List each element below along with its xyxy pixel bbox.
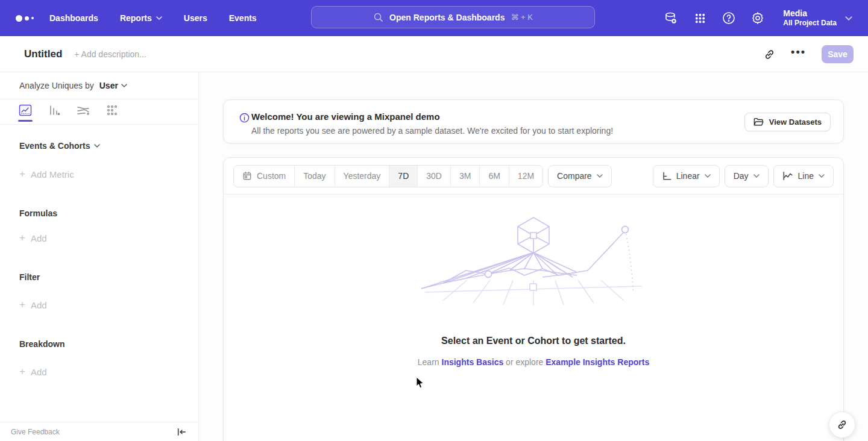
analyze-label: Analyze Uniques by <box>19 81 94 90</box>
chart-tab-flow[interactable] <box>76 104 90 122</box>
info-icon <box>239 113 250 125</box>
chart-tab-line[interactable] <box>18 104 33 122</box>
interval-dropdown[interactable]: Day <box>725 165 769 187</box>
plus-icon: + <box>19 168 25 180</box>
collapse-sidebar-icon[interactable] <box>177 428 186 436</box>
add-description-field[interactable]: + Add description... <box>74 49 146 59</box>
add-breakdown-button[interactable]: + Add <box>0 366 198 378</box>
date-range-30d[interactable]: 30D <box>418 166 451 187</box>
add-label: Add <box>31 233 47 243</box>
date-range-segmented-control: Custom Today Yesterday 7D 30D 3M 6M 12M <box>233 165 543 187</box>
compare-button[interactable]: Compare <box>548 165 612 187</box>
report-title[interactable]: Untitled <box>24 48 62 60</box>
bar-chart-icon <box>48 104 60 116</box>
apps-grid-icon[interactable] <box>693 11 707 25</box>
add-label: Add Metric <box>31 169 74 180</box>
save-button[interactable]: Save <box>822 45 854 63</box>
nav-item-users[interactable]: Users <box>184 13 207 23</box>
subtitle-text: or explore <box>506 357 543 367</box>
date-range-7d[interactable]: 7D <box>389 166 418 187</box>
give-feedback-link[interactable]: Give Feedback <box>11 428 60 436</box>
nav-item-label: Reports <box>120 13 152 23</box>
data-management-icon[interactable] <box>664 11 678 25</box>
mixpanel-logo-icon[interactable] <box>16 15 43 22</box>
line-chart-icon <box>782 171 793 181</box>
date-range-label: 6M <box>488 171 500 181</box>
analyze-by-dropdown[interactable]: User <box>99 81 127 90</box>
section-events-cohorts[interactable]: Events & Cohorts <box>0 141 198 151</box>
chart-type-tabs <box>0 99 198 125</box>
add-metric-button[interactable]: + Add Metric <box>0 168 198 180</box>
date-range-6m[interactable]: 6M <box>480 166 509 187</box>
date-range-label: Today <box>303 171 326 181</box>
search-placeholder: Open Reports & Dashboards <box>389 13 505 22</box>
chart-tab-metrics[interactable] <box>105 104 119 122</box>
date-range-3m[interactable]: 3M <box>451 166 480 187</box>
project-name: Media <box>783 8 837 19</box>
section-formulas: Formulas <box>0 208 198 218</box>
main-content: Welcome! You are viewing a Mixpanel demo… <box>199 72 868 441</box>
analyze-row: Analyze Uniques by User <box>0 72 198 99</box>
more-options-button[interactable]: ••• <box>791 52 806 57</box>
date-range-12m[interactable]: 12M <box>509 166 542 187</box>
banner-subtitle: All the reports you see are powered by a… <box>251 126 613 136</box>
empty-state-subtitle: Learn Insights Basics or explore Example… <box>418 357 649 367</box>
plus-icon: + <box>19 366 25 378</box>
nav-item-dashboards[interactable]: Dashboards <box>49 13 98 23</box>
copy-link-icon[interactable] <box>764 49 775 60</box>
chevron-down-icon <box>94 144 100 148</box>
linear-axis-icon <box>662 171 671 181</box>
add-label: Add <box>31 300 47 310</box>
date-range-label: 30D <box>426 171 442 181</box>
date-range-label: Custom <box>257 171 286 181</box>
section-title: Events & Cohorts <box>19 141 90 151</box>
chart-tab-bar[interactable] <box>47 104 61 122</box>
analyze-value: User <box>99 81 118 90</box>
scale-label: Linear <box>676 171 700 181</box>
add-filter-button[interactable]: + Add <box>0 299 198 311</box>
global-search-input[interactable]: Open Reports & Dashboards ⌘ + K <box>311 6 595 28</box>
date-range-label: Yesterday <box>344 171 381 181</box>
line-chart-icon <box>19 104 32 116</box>
help-icon[interactable] <box>722 11 736 25</box>
date-range-label: 7D <box>398 171 409 181</box>
empty-state-illustration <box>419 215 648 308</box>
chevron-down-icon <box>705 174 711 178</box>
section-title: Filter <box>19 272 40 282</box>
query-builder-sidebar: Analyze Uniques by User <box>0 72 199 441</box>
folder-icon <box>753 117 764 127</box>
nav-item-reports[interactable]: Reports <box>120 13 162 23</box>
chevron-down-icon <box>753 174 760 178</box>
settings-icon[interactable] <box>750 11 765 25</box>
view-datasets-button[interactable]: View Datasets <box>744 113 831 131</box>
project-switcher[interactable]: Media All Project Data <box>783 8 852 28</box>
search-shortcut: ⌘ + K <box>511 13 533 22</box>
insights-report-card: Custom Today Yesterday 7D 30D 3M 6M 12M … <box>223 157 844 441</box>
nav-right-cluster: Media All Project Data <box>664 0 868 36</box>
project-subtitle: All Project Data <box>783 19 837 28</box>
example-insights-reports-link[interactable]: Example Insights Reports <box>546 357 649 367</box>
chart-controls-row: Custom Today Yesterday 7D 30D 3M 6M 12M … <box>224 158 843 195</box>
empty-state: Select an Event or Cohort to get started… <box>224 215 843 367</box>
share-link-floating-button[interactable] <box>829 411 855 438</box>
section-title: Breakdown <box>19 339 64 349</box>
link-icon <box>837 419 848 430</box>
nav-items: Dashboards Reports Users Events <box>49 13 257 23</box>
nav-item-events[interactable]: Events <box>229 13 257 23</box>
nav-item-label: Dashboards <box>49 13 98 23</box>
sidebar-footer: Give Feedback <box>0 422 198 441</box>
date-range-today[interactable]: Today <box>295 166 335 187</box>
insights-basics-link[interactable]: Insights Basics <box>442 357 504 367</box>
chevron-down-icon <box>156 16 162 20</box>
plus-icon: + <box>19 232 25 244</box>
top-navigation: Dashboards Reports Users Events Open Rep… <box>0 0 868 36</box>
date-range-label: 12M <box>518 171 534 181</box>
chart-type-dropdown[interactable]: Line <box>773 165 834 187</box>
view-datasets-label: View Datasets <box>769 117 822 127</box>
scale-dropdown[interactable]: Linear <box>653 165 720 187</box>
date-range-custom[interactable]: Custom <box>234 166 295 187</box>
metric-grid-icon <box>106 104 118 116</box>
add-formula-button[interactable]: + Add <box>0 232 198 244</box>
compare-label: Compare <box>557 171 592 181</box>
date-range-yesterday[interactable]: Yesterday <box>335 166 390 187</box>
